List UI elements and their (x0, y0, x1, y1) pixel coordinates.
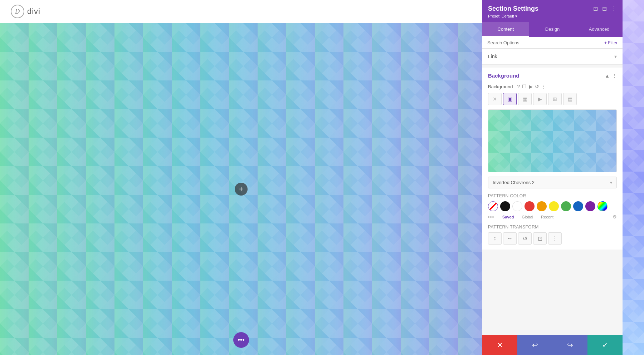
type-tab-gradient[interactable]: ▦ (518, 93, 532, 105)
pattern-transform-section: Pattern Transform ↕ ↔ ↺ ⊡ ⋮ (488, 225, 617, 245)
color-swatch-orange[interactable] (537, 201, 547, 211)
background-section-title: Background (488, 73, 519, 79)
color-swatch-rainbow[interactable] (597, 201, 608, 211)
section-options-button[interactable]: ••• (233, 332, 249, 348)
background-row-icons: ? ☐ ▶ ↺ ⋮ (517, 84, 546, 89)
panel-title: Section Settings (488, 5, 538, 13)
background-section-controls: ▲ ⋮ (605, 73, 617, 79)
pattern-preview (488, 109, 617, 172)
color-swatch-white[interactable] (512, 201, 522, 211)
confirm-button[interactable]: ✓ (587, 335, 623, 355)
transform-rotate-button[interactable]: ↺ (518, 232, 532, 245)
pattern-dropdown[interactable]: Inverted Chevrons 2 ▾ (488, 177, 617, 188)
color-swatch-green[interactable] (561, 201, 571, 211)
transform-flip-v-button[interactable]: ↕ (488, 232, 502, 245)
panel-header-top: Section Settings ⊡ ⊟ ⋮ (488, 5, 617, 13)
link-label: Link (488, 54, 497, 59)
color-swatch-yellow[interactable] (549, 201, 559, 211)
color-tab-recent[interactable]: Recent (541, 215, 553, 219)
panel-tabs: Content Design Advanced (482, 22, 623, 37)
color-swatch-blue[interactable] (573, 201, 583, 211)
panel-header-icons: ⊡ ⊟ ⋮ (593, 5, 617, 12)
panel-header: Section Settings ⊡ ⊟ ⋮ Preset: Default ▾ (482, 0, 623, 22)
undo-button[interactable]: ↩ (517, 335, 552, 355)
preset-arrow: ▾ (515, 14, 517, 18)
transform-reset-button[interactable]: ⊡ (533, 232, 547, 245)
tab-content[interactable]: Content (482, 22, 529, 37)
more-options-icon[interactable]: ⋮ (611, 5, 617, 12)
mobile-icon[interactable]: ☐ (522, 84, 527, 89)
canvas-area: D divi (0, 0, 482, 355)
type-tab-color[interactable]: ▣ (503, 93, 517, 105)
bottom-action-bar: ✕ ↩ ↪ ✓ (482, 335, 623, 355)
panel-body: + Filter Link ▾ Background ▲ ⋮ Backgroun… (482, 37, 623, 335)
pattern-color-label: Pattern Color (488, 193, 617, 198)
pattern-preview-svg (488, 110, 616, 172)
pattern-transform-label: Pattern Transform (488, 225, 617, 230)
link-section-row[interactable]: Link ▾ (482, 49, 623, 65)
type-tab-mask[interactable]: ▤ (563, 93, 577, 105)
transform-flip-h-button[interactable]: ↔ (503, 232, 517, 245)
right-panel: Section Settings ⊡ ⊟ ⋮ Preset: Default ▾… (482, 0, 623, 355)
background-label: Background (488, 84, 513, 89)
cursor-icon[interactable]: ▶ (529, 84, 533, 89)
color-swatches (488, 201, 617, 211)
background-row: Background ? ☐ ▶ ↺ ⋮ (488, 84, 617, 89)
background-collapse-icon[interactable]: ▲ (605, 73, 610, 79)
pattern-background: + ••• (0, 23, 482, 355)
divi-logo: D divi (11, 5, 40, 18)
svg-rect-22 (488, 110, 616, 172)
reset-icon[interactable]: ↺ (535, 84, 539, 89)
color-tabs-row: Saved Global Recent ⚙ (488, 214, 617, 220)
transform-buttons: ↕ ↔ ↺ ⊡ ⋮ (488, 232, 617, 245)
color-tab-global[interactable]: Global (522, 215, 533, 219)
color-swatch-transparent[interactable] (488, 201, 498, 211)
color-swatch-red[interactable] (525, 201, 535, 211)
pattern-color-section: Pattern Color (488, 193, 617, 220)
type-tab-image[interactable]: ▶ (533, 93, 547, 105)
dropdown-arrow-icon: ▾ (610, 180, 612, 185)
color-expand-button[interactable] (488, 216, 494, 218)
expand-icon[interactable]: ⊟ (602, 5, 607, 12)
transform-more-button[interactable]: ⋮ (548, 232, 562, 245)
color-settings-icon[interactable]: ⚙ (613, 214, 617, 220)
background-more-icon[interactable]: ⋮ (612, 73, 617, 79)
redo-button[interactable]: ↪ (552, 335, 587, 355)
tab-advanced[interactable]: Advanced (576, 22, 623, 37)
responsive-icon[interactable]: ⊡ (593, 5, 598, 12)
logo-text: divi (27, 7, 40, 16)
svg-rect-33 (623, 0, 644, 355)
background-section-header: Background ▲ ⋮ (488, 73, 617, 79)
preset-label[interactable]: Preset: Default ▾ (488, 14, 617, 19)
color-swatch-black[interactable] (500, 201, 510, 211)
search-input[interactable] (487, 40, 604, 45)
filter-button[interactable]: + Filter (604, 40, 618, 45)
options-icon[interactable]: ⋮ (541, 84, 546, 89)
logo-icon: D (11, 5, 24, 18)
type-tab-none[interactable]: ✕ (488, 93, 502, 105)
search-bar: + Filter (482, 37, 623, 49)
color-swatch-purple[interactable] (585, 201, 595, 211)
pattern-dropdown-value: Inverted Chevrons 2 (493, 180, 535, 185)
background-section: Background ▲ ⋮ Background ? ☐ ▶ ↺ ⋮ (482, 68, 623, 250)
background-type-tabs: ✕ ▣ ▦ ▶ ⊞ ▤ (488, 93, 617, 105)
far-right-pattern (623, 0, 644, 355)
color-tab-saved[interactable]: Saved (502, 215, 514, 219)
top-bar: D divi (0, 0, 482, 23)
help-icon[interactable]: ? (517, 84, 520, 89)
cancel-button[interactable]: ✕ (482, 335, 517, 355)
add-section-button[interactable]: + (235, 183, 248, 196)
tab-design[interactable]: Design (529, 22, 576, 37)
type-tab-pattern[interactable]: ⊞ (548, 93, 562, 105)
link-chevron-icon: ▾ (614, 54, 617, 59)
far-right-strip (623, 0, 644, 355)
